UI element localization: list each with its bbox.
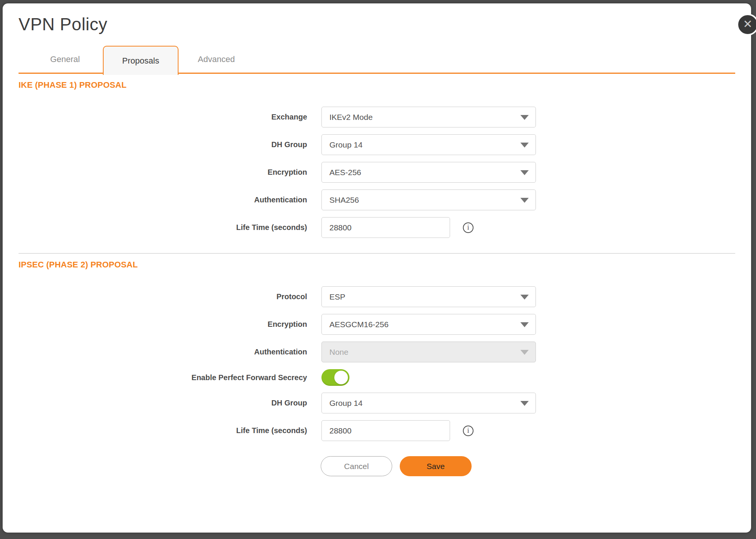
dialog-footer: Cancel Save <box>321 456 735 476</box>
chevron-down-icon <box>520 322 529 327</box>
tab-advanced[interactable]: Advanced <box>179 46 254 73</box>
close-icon[interactable]: ✕ <box>737 14 756 36</box>
ipsec-dh-group-value: Group 14 <box>329 399 363 408</box>
dh-group-row: DH Group Group 14 <box>19 134 735 155</box>
info-icon[interactable]: i <box>463 426 473 436</box>
pfs-toggle[interactable] <box>321 369 349 386</box>
authentication-label: Authentication <box>19 196 307 204</box>
protocol-value: ESP <box>329 292 345 301</box>
section-divider <box>19 253 735 254</box>
tab-general[interactable]: General <box>27 46 103 73</box>
encryption-label: Encryption <box>19 168 307 177</box>
cancel-button[interactable]: Cancel <box>321 456 392 476</box>
chevron-down-icon <box>520 295 529 300</box>
pfs-row: Enable Perfect Forward Secrecy <box>19 369 735 386</box>
ipsec-encryption-row: Encryption AESGCM16-256 <box>19 314 735 335</box>
authentication-value: SHA256 <box>329 196 359 205</box>
encryption-row: Encryption AES-256 <box>19 162 735 183</box>
ipsec-authentication-value: None <box>329 348 348 357</box>
exchange-select[interactable]: IKEv2 Mode <box>321 107 536 127</box>
ipsec-encryption-select[interactable]: AESGCM16-256 <box>321 314 536 335</box>
ipsec-dh-group-select[interactable]: Group 14 <box>321 393 536 413</box>
save-button[interactable]: Save <box>400 456 472 476</box>
encryption-value: AES-256 <box>329 168 361 177</box>
exchange-row: Exchange IKEv2 Mode <box>19 107 735 127</box>
ipsec-phase2-heading: IPSEC (PHASE 2) PROPOSAL <box>19 260 735 270</box>
protocol-select[interactable]: ESP <box>321 286 536 307</box>
tab-bar: General Proposals Advanced <box>19 46 735 74</box>
ipsec-encryption-label: Encryption <box>19 320 307 329</box>
toggle-knob <box>334 371 348 384</box>
protocol-row: Protocol ESP <box>19 286 735 307</box>
ipsec-dh-group-label: DH Group <box>19 399 307 407</box>
chevron-down-icon <box>520 401 529 406</box>
page-title: VPN Policy <box>19 14 735 34</box>
dh-group-select[interactable]: Group 14 <box>321 134 536 155</box>
protocol-label: Protocol <box>19 292 307 301</box>
life-time-input[interactable] <box>321 217 450 238</box>
ipsec-life-time-input[interactable] <box>321 420 450 441</box>
exchange-value: IKEv2 Mode <box>329 113 373 122</box>
life-time-label: Life Time (seconds) <box>19 223 307 232</box>
ipsec-life-time-label: Life Time (seconds) <box>19 426 307 435</box>
dh-group-label: DH Group <box>19 140 307 149</box>
chevron-down-icon <box>520 143 529 148</box>
encryption-select[interactable]: AES-256 <box>321 162 536 183</box>
authentication-select[interactable]: SHA256 <box>321 190 536 210</box>
dh-group-value: Group 14 <box>329 140 363 149</box>
chevron-down-icon <box>520 350 529 355</box>
pfs-label: Enable Perfect Forward Secrecy <box>19 373 307 382</box>
exchange-label: Exchange <box>19 113 307 121</box>
info-icon[interactable]: i <box>463 222 473 233</box>
life-time-row: Life Time (seconds) i <box>19 217 735 238</box>
ipsec-dh-group-row: DH Group Group 14 <box>19 393 735 413</box>
chevron-down-icon <box>520 115 529 120</box>
ipsec-encryption-value: AESGCM16-256 <box>329 320 388 329</box>
authentication-row: Authentication SHA256 <box>19 190 735 210</box>
ike-phase1-heading: IKE (PHASE 1) PROPOSAL <box>19 80 735 90</box>
ipsec-authentication-row: Authentication None <box>19 342 735 362</box>
vpn-policy-dialog: VPN Policy General Proposals Advanced IK… <box>3 3 751 533</box>
tab-proposals[interactable]: Proposals <box>103 46 179 75</box>
ipsec-life-time-row: Life Time (seconds) i <box>19 420 735 441</box>
chevron-down-icon <box>520 170 529 175</box>
ipsec-authentication-select: None <box>321 342 536 362</box>
chevron-down-icon <box>520 198 529 203</box>
ipsec-authentication-label: Authentication <box>19 348 307 356</box>
